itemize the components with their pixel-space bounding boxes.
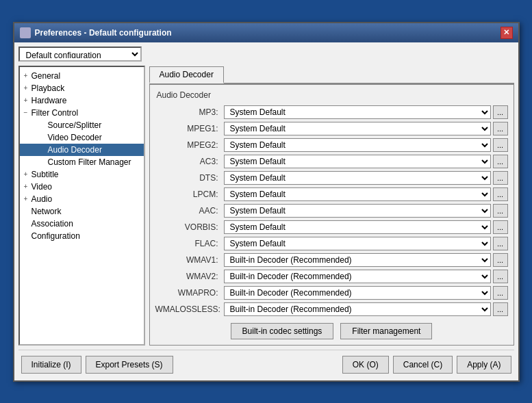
tree-item-network[interactable]: Network — [20, 205, 144, 218]
decoder-dots-btn-4[interactable]: ... — [493, 171, 508, 185]
decoder-dots-btn-5[interactable]: ... — [493, 187, 508, 201]
tree-item-audio-decoder[interactable]: Audio Decoder — [20, 144, 144, 156]
decoder-select-0[interactable]: System Default — [224, 105, 491, 119]
decoder-label-4: DTS: — [155, 173, 224, 183]
tree-item-general[interactable]: +General — [20, 70, 144, 82]
decoder-select-wrap-5: System Default... — [224, 187, 508, 201]
bottom-bar: Initialize (I) Export Presets (S) OK (O)… — [18, 350, 514, 376]
decoder-dots-btn-0[interactable]: ... — [493, 105, 508, 119]
tree-label-filter-control: Filter Control — [31, 108, 79, 118]
decoder-label-12: WMALOSSLESS: — [155, 304, 224, 314]
decoder-select-6[interactable]: System Default — [224, 204, 491, 218]
filter-management-button[interactable]: Filter management — [340, 323, 432, 339]
tree-label-configuration: Configuration — [31, 231, 80, 241]
decoder-select-5[interactable]: System Default — [224, 187, 491, 201]
tree-label-general: General — [31, 71, 61, 81]
expand-icon-subtitle: + — [23, 170, 29, 178]
decoder-select-8[interactable]: System Default — [224, 237, 491, 250]
decoder-select-wrap-10: Built-in Decoder (Recommended)... — [224, 270, 508, 283]
expand-icon-hardware: + — [23, 96, 29, 104]
tree-item-association[interactable]: Association — [20, 218, 144, 230]
dialog-icon — [20, 27, 31, 38]
tree-label-audio-decoder: Audio Decoder — [48, 145, 102, 155]
codec-buttons: Built-in codec settings Filter managemen… — [155, 323, 508, 339]
decoder-label-10: WMAV2: — [155, 272, 224, 281]
tree-item-video-decoder[interactable]: Video Decoder — [20, 131, 144, 144]
profile-row: Default configuration — [18, 47, 514, 62]
tree-label-hardware: Hardware — [31, 96, 67, 105]
decoder-select-7[interactable]: System Default — [224, 220, 491, 234]
decoder-dots-btn-12[interactable]: ... — [493, 302, 508, 316]
preferences-dialog: Preferences - Default configuration ✕ De… — [13, 22, 520, 382]
decoder-label-0: MP3: — [155, 107, 224, 117]
decoder-row-0: MP3:System Default... — [155, 105, 508, 119]
initialize-button[interactable]: Initialize (I) — [21, 356, 81, 374]
codec-settings-button[interactable]: Built-in codec settings — [231, 323, 334, 339]
audio-decoder-group: Audio Decoder MP3:System Default...MPEG1… — [149, 84, 514, 346]
decoder-row-11: WMAPRO:Built-in Decoder (Recommended)... — [155, 286, 508, 300]
export-presets-button[interactable]: Export Presets (S) — [86, 356, 173, 374]
close-button[interactable]: ✕ — [501, 27, 513, 39]
decoder-row-7: VORBIS:System Default... — [155, 220, 508, 234]
tree-item-filter-control[interactable]: −Filter Control — [20, 107, 144, 119]
decoder-select-11[interactable]: Built-in Decoder (Recommended) — [224, 286, 491, 300]
decoder-select-wrap-7: System Default... — [224, 220, 508, 234]
apply-button[interactable]: Apply (A) — [457, 356, 511, 374]
decoder-dots-btn-6[interactable]: ... — [493, 204, 508, 218]
decoder-select-12[interactable]: Built-in Decoder (Recommended) — [224, 302, 491, 316]
decoder-label-1: MPEG1: — [155, 124, 224, 133]
decoder-select-2[interactable]: System Default — [224, 138, 491, 152]
decoder-dots-btn-2[interactable]: ... — [493, 138, 508, 152]
decoder-label-11: WMAPRO: — [155, 288, 224, 298]
tree-item-playback[interactable]: +Playback — [20, 82, 144, 94]
bottom-left-buttons: Initialize (I) Export Presets (S) — [21, 356, 173, 374]
decoder-row-12: WMALOSSLESS:Built-in Decoder (Recommende… — [155, 302, 508, 316]
decoder-select-10[interactable]: Built-in Decoder (Recommended) — [224, 270, 491, 283]
tree-label-network: Network — [31, 207, 62, 216]
tree-item-source-splitter[interactable]: Source/Splitter — [20, 119, 144, 131]
decoder-label-7: VORBIS: — [155, 222, 224, 232]
decoder-select-3[interactable]: System Default — [224, 155, 491, 168]
main-panel: Audio Decoder Audio Decoder MP3:System D… — [149, 66, 514, 346]
tree-label-audio: Audio — [31, 194, 53, 204]
decoder-dots-btn-7[interactable]: ... — [493, 220, 508, 234]
decoder-select-4[interactable]: System Default — [224, 171, 491, 185]
decoder-select-wrap-6: System Default... — [224, 204, 508, 218]
tab-bar: Audio Decoder — [149, 66, 514, 84]
decoder-select-wrap-9: Built-in Decoder (Recommended)... — [224, 253, 508, 267]
tree-item-video[interactable]: +Video — [20, 181, 144, 193]
tree-label-association: Association — [31, 219, 73, 229]
tree-label-video-decoder: Video Decoder — [48, 133, 102, 142]
decoder-row-1: MPEG1:System Default... — [155, 122, 508, 135]
expand-icon-filter-control: − — [23, 109, 29, 116]
tree-item-hardware[interactable]: +Hardware — [20, 94, 144, 107]
decoder-dots-btn-1[interactable]: ... — [493, 122, 508, 135]
expand-icon-audio: + — [23, 195, 29, 203]
decoder-label-8: FLAC: — [155, 239, 224, 248]
bottom-right-buttons: OK (O) Cancel (C) Apply (A) — [342, 356, 511, 374]
tree-item-configuration[interactable]: Configuration — [20, 230, 144, 242]
decoder-row-9: WMAV1:Built-in Decoder (Recommended)... — [155, 253, 508, 267]
decoder-dots-btn-11[interactable]: ... — [493, 286, 508, 300]
profile-select[interactable]: Default configuration — [18, 47, 142, 62]
decoder-label-2: MPEG2: — [155, 140, 224, 150]
decoder-select-9[interactable]: Built-in Decoder (Recommended) — [224, 253, 491, 267]
tree-label-source-splitter: Source/Splitter — [48, 120, 102, 130]
decoder-dots-btn-9[interactable]: ... — [493, 253, 508, 267]
decoder-label-3: AC3: — [155, 157, 224, 166]
decoder-dots-btn-3[interactable]: ... — [493, 155, 508, 168]
decoder-select-1[interactable]: System Default — [224, 122, 491, 135]
tree-item-custom-filter[interactable]: Custom Filter Manager — [20, 156, 144, 168]
tree-item-subtitle[interactable]: +Subtitle — [20, 168, 144, 181]
decoder-dots-btn-10[interactable]: ... — [493, 270, 508, 283]
expand-icon-general: + — [23, 72, 29, 79]
decoder-row-8: FLAC:System Default... — [155, 237, 508, 250]
decoder-dots-btn-8[interactable]: ... — [493, 237, 508, 250]
dialog-title: Preferences - Default configuration — [35, 28, 172, 38]
tab-audio-decoder[interactable]: Audio Decoder — [149, 66, 224, 83]
ok-button[interactable]: OK (O) — [342, 356, 389, 374]
tree-panel: +General+Playback+Hardware−Filter Contro… — [18, 66, 145, 346]
decoder-row-4: DTS:System Default... — [155, 171, 508, 185]
cancel-button[interactable]: Cancel (C) — [393, 356, 453, 374]
tree-item-audio[interactable]: +Audio — [20, 193, 144, 205]
